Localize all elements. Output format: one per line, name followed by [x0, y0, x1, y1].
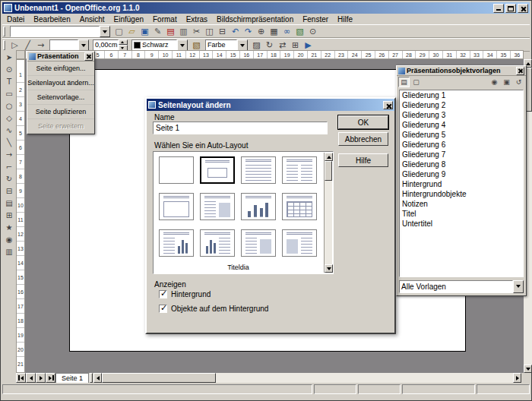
- edit-points-icon[interactable]: ▷: [8, 39, 21, 51]
- close-button[interactable]: [518, 4, 528, 13]
- palette-item[interactable]: Seitenlayout ändern...: [27, 76, 94, 90]
- checkbox-box[interactable]: [159, 290, 167, 298]
- menu-item[interactable]: Fenster: [298, 14, 333, 24]
- menu-item[interactable]: Format: [148, 14, 182, 24]
- line-color-value-box[interactable]: Schwarz: [131, 39, 177, 51]
- zoom-icon[interactable]: ⊙: [306, 25, 319, 37]
- palette-item[interactable]: Seitenvorlage...: [27, 90, 94, 105]
- start-presentation-icon[interactable]: ▶: [302, 39, 315, 51]
- layout-option[interactable]: [159, 156, 194, 184]
- previous-page-button[interactable]: [26, 373, 36, 383]
- menu-item[interactable]: Bearbeiten: [29, 14, 74, 24]
- object3d-tool-icon[interactable]: ◇: [3, 112, 16, 125]
- open-document-icon[interactable]: ▱: [125, 25, 138, 37]
- area-dialog-icon[interactable]: ▧: [190, 39, 203, 51]
- style-item[interactable]: Gliederung 4: [400, 120, 523, 130]
- layout-option[interactable]: [282, 156, 317, 184]
- layout-option[interactable]: [241, 156, 276, 184]
- style-item[interactable]: Gliederung 3: [400, 110, 523, 120]
- layout-option[interactable]: [241, 229, 276, 257]
- graphics-styles-icon[interactable]: ▢: [410, 77, 422, 87]
- presentation-styles-icon[interactable]: ▤: [398, 77, 410, 87]
- shadow-icon[interactable]: ▨: [250, 39, 263, 51]
- export-pdf-icon[interactable]: ▤: [164, 25, 177, 37]
- url-dropdown-button[interactable]: [100, 26, 110, 37]
- horizontal-scrollbar[interactable]: [93, 373, 521, 383]
- layout-name-input[interactable]: [153, 122, 328, 134]
- navigator-icon[interactable]: ⊕: [255, 25, 268, 37]
- layout-option[interactable]: [159, 229, 194, 257]
- hyperlink-icon[interactable]: ∞: [280, 25, 293, 37]
- layout-option[interactable]: [200, 193, 235, 220]
- rotate-object-icon[interactable]: ↻: [263, 39, 276, 51]
- stylist-title-bar[interactable]: Präsentationsobjektvorlagen: [397, 66, 526, 76]
- ellipse-tool-icon[interactable]: ○: [3, 100, 16, 112]
- style-item[interactable]: Gliederung 9: [400, 169, 523, 179]
- stylist-icon[interactable]: ▦: [268, 25, 280, 37]
- style-filter-dropdown-button[interactable]: [513, 280, 524, 293]
- line-style-dropdown-button[interactable]: [78, 39, 89, 51]
- scrollbar-track[interactable]: [216, 373, 513, 383]
- slide-tab[interactable]: Seite 1: [55, 373, 89, 383]
- arrange-tool-icon[interactable]: ▤: [3, 197, 16, 210]
- layout-option[interactable]: [282, 193, 317, 220]
- next-page-button[interactable]: [36, 373, 46, 383]
- toolbar-grip[interactable]: [3, 27, 5, 36]
- scrollbar-thumb[interactable]: [325, 161, 332, 181]
- title-bar[interactable]: Unbenannt1 - OpenOffice.org 1.1.0: [2, 2, 530, 14]
- flip-icon[interactable]: ⇄: [276, 39, 289, 51]
- insert-tool-icon[interactable]: ⊞: [3, 210, 16, 222]
- new-style-icon[interactable]: ▣: [501, 77, 512, 87]
- style-item[interactable]: Gliederung 5: [400, 130, 523, 140]
- layout-option[interactable]: [159, 193, 194, 220]
- scrollbar-thumb[interactable]: [102, 373, 216, 383]
- help-button[interactable]: Hilfe: [338, 153, 388, 167]
- background-checkbox[interactable]: Hintergrund: [159, 290, 268, 298]
- scroll-down-button[interactable]: [524, 365, 532, 373]
- menu-item[interactable]: Ansicht: [75, 14, 109, 24]
- arrow-style-icon[interactable]: →: [34, 39, 47, 51]
- copy-icon[interactable]: ◫: [203, 25, 216, 37]
- redo-icon[interactable]: ↷: [242, 25, 255, 37]
- checkbox-box[interactable]: [159, 305, 167, 313]
- spin-up-button[interactable]: [119, 39, 128, 46]
- connector-tool-icon[interactable]: ⌐: [3, 161, 16, 173]
- layout-scrollbar[interactable]: [324, 153, 332, 273]
- curve-tool-icon[interactable]: ∿: [3, 125, 16, 137]
- layout-option[interactable]: [200, 156, 235, 184]
- style-item[interactable]: Gliederung 7: [400, 150, 523, 159]
- line-color-dropdown-button[interactable]: [177, 39, 188, 51]
- fill-format-mode-icon[interactable]: ◉: [489, 77, 500, 87]
- cut-icon[interactable]: ✂: [190, 25, 203, 37]
- ok-button[interactable]: OK: [338, 115, 388, 129]
- new-document-icon[interactable]: ▢: [112, 25, 125, 37]
- scroll-right-button[interactable]: [513, 373, 521, 383]
- scroll-down-button[interactable]: [325, 264, 333, 273]
- save-document-icon[interactable]: ▣: [138, 25, 151, 37]
- menu-item[interactable]: Datei: [2, 14, 29, 24]
- horizontal-ruler[interactable]: 1234567891011121314151617181920212223242…: [25, 50, 524, 59]
- edit-file-icon[interactable]: ✎: [151, 25, 164, 37]
- text-tool-icon[interactable]: T: [3, 76, 16, 88]
- dialog-title-bar[interactable]: Seitenlayout ändern: [147, 99, 394, 111]
- area-fill-value[interactable]: Farbe: [205, 39, 237, 51]
- zoom-tool-icon[interactable]: ⊙: [3, 64, 16, 76]
- alignment-tool-icon[interactable]: ⊟: [3, 185, 16, 197]
- line-tool-icon[interactable]: ╲: [3, 137, 16, 149]
- tab-splitter[interactable]: [90, 373, 93, 383]
- stylist-close-button[interactable]: [516, 67, 524, 75]
- palette-item[interactable]: Seite einfügen...: [27, 62, 94, 76]
- rectangle-tool-icon[interactable]: ▭: [3, 88, 16, 100]
- gallery-icon[interactable]: ▧: [293, 25, 306, 37]
- last-page-button[interactable]: [46, 373, 55, 383]
- layout-option[interactable]: [241, 193, 276, 220]
- arrow-tool-icon[interactable]: →: [3, 149, 16, 161]
- style-item[interactable]: Gliederung 1: [400, 90, 523, 100]
- line-dialog-icon[interactable]: ╱: [21, 39, 34, 51]
- toolbar-grip[interactable]: [3, 40, 5, 50]
- menu-item[interactable]: Einfügen: [109, 14, 148, 24]
- layout-option[interactable]: [200, 229, 235, 257]
- background-objects-checkbox[interactable]: Objekte auf dem Hintergrund: [159, 305, 268, 313]
- minimize-button[interactable]: [493, 4, 504, 13]
- effects-tool-icon[interactable]: ★: [3, 222, 16, 234]
